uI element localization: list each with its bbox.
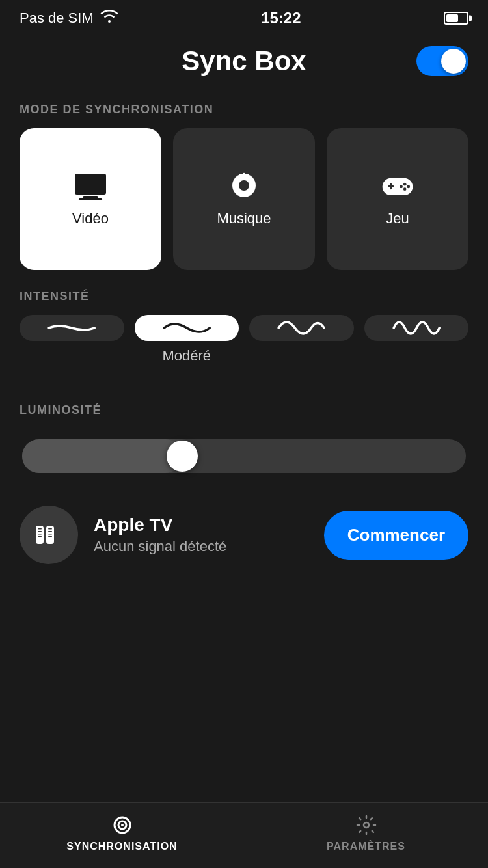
- intensity-section-label: INTENSITÉ: [0, 270, 488, 315]
- settings-nav-label: PARAMÈTRES: [327, 841, 405, 852]
- svg-rect-12: [38, 528, 42, 530]
- device-icon: [20, 506, 78, 564]
- nav-sync-tab[interactable]: SYNCHRONISATION: [0, 813, 244, 852]
- svg-point-22: [121, 824, 124, 826]
- svg-rect-13: [38, 531, 42, 532]
- music-icon: [226, 171, 262, 201]
- intensity-moderate-wrapper: Modéré: [135, 315, 239, 364]
- mode-game-button[interactable]: Jeu: [327, 128, 468, 270]
- brightness-label: LUMINOSITÉ: [20, 384, 468, 429]
- svg-rect-2: [79, 198, 102, 200]
- svg-rect-15: [38, 536, 42, 537]
- device-bar: Apple TV Aucun signal détecté Commencer: [0, 486, 488, 577]
- svg-point-7: [407, 185, 410, 189]
- svg-rect-1: [83, 196, 98, 198]
- svg-point-8: [400, 185, 403, 189]
- intensity-subtle-icon: [30, 315, 113, 341]
- device-name: Apple TV: [94, 515, 308, 536]
- brightness-slider-fill: [22, 439, 182, 473]
- mode-music-label: Musique: [217, 210, 271, 227]
- svg-rect-5: [390, 183, 392, 189]
- brightness-slider-track[interactable]: [22, 439, 466, 473]
- svg-rect-18: [48, 534, 52, 535]
- brightness-slider-thumb[interactable]: [167, 441, 198, 472]
- intensity-subtle-button[interactable]: [20, 315, 124, 341]
- status-left: Pas de SIM: [20, 10, 118, 27]
- intensity-high-icon: [260, 315, 343, 341]
- intensity-intense-icon: [375, 315, 458, 341]
- intensity-subtle-wrapper: [20, 315, 124, 341]
- apple-tv-icon: [31, 517, 67, 553]
- brightness-slider-container: [20, 439, 468, 473]
- bottom-nav: SYNCHRONISATION PARAMÈTRES: [0, 802, 488, 868]
- device-info: Apple TV Aucun signal détecté: [94, 515, 308, 555]
- video-icon: [72, 171, 109, 201]
- sync-nav-icon: [111, 813, 134, 837]
- game-icon: [379, 171, 416, 201]
- mode-video-button[interactable]: Vidéo: [20, 128, 161, 270]
- intensity-high-wrapper: [249, 315, 354, 341]
- time-display: 15:22: [261, 9, 301, 27]
- app-title: Sync Box: [182, 46, 306, 77]
- brightness-section: LUMINOSITÉ: [0, 364, 488, 473]
- battery-icon: [444, 12, 468, 25]
- svg-point-6: [403, 183, 407, 186]
- status-bar: Pas de SIM 15:22: [0, 0, 488, 33]
- battery-indicator: [444, 12, 468, 25]
- intensity-moderate-icon: [145, 315, 228, 341]
- power-toggle[interactable]: [416, 46, 468, 76]
- app-header: Sync Box: [0, 33, 488, 83]
- intensity-grid: Modéré: [0, 315, 488, 364]
- mode-section-label: MODE DE SYNCHRONISATION: [0, 83, 488, 128]
- wifi-icon: [100, 10, 118, 27]
- mode-video-label: Vidéo: [72, 210, 109, 227]
- svg-rect-16: [48, 528, 52, 530]
- svg-rect-17: [48, 531, 52, 532]
- mode-music-button[interactable]: Musique: [173, 128, 315, 270]
- mode-grid: Vidéo Musique Jeu: [0, 128, 488, 270]
- svg-point-9: [403, 187, 407, 191]
- toggle-knob: [441, 49, 466, 74]
- mode-game-label: Jeu: [386, 210, 409, 227]
- svg-rect-14: [38, 534, 42, 535]
- intensity-moderate-button[interactable]: [135, 315, 239, 341]
- sync-nav-label: SYNCHRONISATION: [66, 841, 177, 852]
- nav-settings-tab[interactable]: PARAMÈTRES: [244, 813, 488, 852]
- device-status: Aucun signal détecté: [94, 538, 308, 555]
- intensity-intense-button[interactable]: [364, 315, 469, 341]
- intensity-intense-wrapper: [364, 315, 469, 341]
- battery-fill: [446, 14, 458, 22]
- intensity-high-button[interactable]: [249, 315, 354, 341]
- start-button[interactable]: Commencer: [324, 511, 468, 560]
- svg-rect-19: [48, 536, 52, 537]
- intensity-moderate-label: Modéré: [135, 347, 239, 364]
- svg-rect-0: [75, 174, 106, 195]
- settings-nav-icon: [355, 813, 378, 837]
- carrier-text: Pas de SIM: [20, 10, 94, 27]
